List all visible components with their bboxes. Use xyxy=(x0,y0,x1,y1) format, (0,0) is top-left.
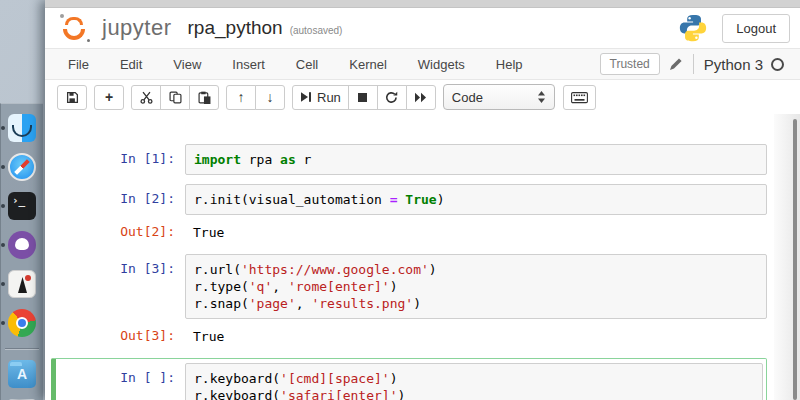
move-cell-up-button[interactable]: ↑ xyxy=(226,85,256,110)
dock-item-safari[interactable] xyxy=(7,153,37,181)
java-duke-icon xyxy=(8,270,36,298)
window-top-edge xyxy=(45,0,800,8)
command-palette-button[interactable] xyxy=(563,85,596,110)
add-cell-button[interactable]: + xyxy=(94,85,124,110)
cells-container: In [1]:import rpa as rIn [2]:r.init(visu… xyxy=(60,144,767,400)
running-indicator-dot xyxy=(1,321,5,325)
dock-divider xyxy=(5,348,39,349)
code-text: import rpa as r xyxy=(194,151,758,168)
kernel-idle-indicator-icon xyxy=(771,58,784,71)
fast-forward-icon xyxy=(414,92,427,103)
trusted-badge[interactable]: Trusted xyxy=(600,53,660,75)
jupyter-brand-text[interactable]: jupyter xyxy=(102,15,172,41)
notebook-cell[interactable]: In [2]:r.init(visual_automation = True) xyxy=(60,184,767,215)
restart-kernel-button[interactable] xyxy=(377,85,407,110)
menubar: File Edit View Insert Cell Kernel Widget… xyxy=(45,48,800,80)
code-input-area[interactable]: r.keyboard('[cmd][space]')r.keyboard('sa… xyxy=(185,363,763,400)
running-indicator-dot xyxy=(1,165,5,169)
dock-item-terminal[interactable] xyxy=(7,192,37,220)
notebook-cell[interactable]: In [1]:import rpa as r xyxy=(60,144,767,175)
toolbar: + xyxy=(45,80,800,115)
applications-folder-icon xyxy=(8,360,36,388)
code-input-area[interactable]: import rpa as r xyxy=(185,144,767,175)
edit-pencil-icon xyxy=(669,57,683,71)
header-divider xyxy=(693,54,694,74)
running-indicator-dot xyxy=(1,243,5,247)
screen: jupyter rpa_python (autosaved) Logout Fi… xyxy=(0,0,800,400)
terminal-icon xyxy=(8,192,36,220)
autosave-status: (autosaved) xyxy=(290,25,343,36)
output-prompt: Out[2]: xyxy=(60,223,185,242)
code-text: r.keyboard('[cmd][space]')r.keyboard('sa… xyxy=(194,370,754,400)
code-input-area[interactable]: r.url('https://www.google.com')r.type('q… xyxy=(185,254,767,319)
dock-item-finder[interactable] xyxy=(7,114,37,142)
output-text: True xyxy=(185,223,767,242)
menu-cell[interactable]: Cell xyxy=(296,57,318,72)
code-text: r.init(visual_automation = True) xyxy=(194,191,758,208)
run-step-forward-icon xyxy=(300,91,312,103)
run-button-label: Run xyxy=(317,90,341,105)
keyboard-icon xyxy=(571,91,588,104)
notebook-header: jupyter rpa_python (autosaved) Logout xyxy=(45,8,800,48)
interrupt-kernel-button[interactable] xyxy=(348,85,378,110)
paste-cell-button[interactable] xyxy=(189,85,219,110)
output-area: Out[2]:True xyxy=(60,223,767,242)
notebook-title[interactable]: rpa_python xyxy=(188,17,283,39)
copy-icon xyxy=(169,91,182,104)
notebook-content: In [1]:import rpa as rIn [2]:r.init(visu… xyxy=(45,114,800,400)
save-icon xyxy=(66,91,79,104)
save-button[interactable] xyxy=(57,85,87,110)
code-text: r.url('https://www.google.com')r.type('q… xyxy=(194,261,758,312)
cut-scissors-icon xyxy=(140,91,153,104)
input-prompt: In [ ]: xyxy=(59,363,185,400)
dropdown-arrows-icon xyxy=(537,91,546,103)
github-icon xyxy=(8,231,36,259)
output-area: Out[3]:True xyxy=(60,327,767,346)
menu-file[interactable]: File xyxy=(68,57,89,72)
restart-run-all-button[interactable] xyxy=(406,85,436,110)
menu-kernel[interactable]: Kernel xyxy=(349,57,387,72)
macos-dock xyxy=(0,103,43,400)
arrow-up-icon: ↑ xyxy=(238,90,245,104)
dock-item-applications-folder[interactable] xyxy=(7,360,37,388)
cut-cell-button[interactable] xyxy=(131,85,161,110)
dock-item-github[interactable] xyxy=(7,231,37,259)
cell-type-value: Code xyxy=(452,90,537,105)
code-input-area[interactable]: r.init(visual_automation = True) xyxy=(185,184,767,215)
menu-insert[interactable]: Insert xyxy=(232,57,265,72)
stop-icon xyxy=(357,92,368,103)
logout-button[interactable]: Logout xyxy=(722,14,790,43)
arrow-down-icon: ↓ xyxy=(267,90,274,104)
plus-icon: + xyxy=(105,90,113,104)
notebook-cell[interactable]: In [3]:r.url('https://www.google.com')r.… xyxy=(60,254,767,319)
dock-item-chrome[interactable] xyxy=(7,309,37,337)
output-text: True xyxy=(185,327,767,346)
running-indicator-dot xyxy=(1,204,5,208)
kernel-name[interactable]: Python 3 xyxy=(704,56,763,73)
menu-help[interactable]: Help xyxy=(496,57,523,72)
copy-cell-button[interactable] xyxy=(160,85,190,110)
menu-view[interactable]: View xyxy=(173,57,201,72)
input-prompt: In [2]: xyxy=(60,184,185,215)
python-logo-icon xyxy=(678,13,708,43)
cell-type-dropdown[interactable]: Code xyxy=(443,84,555,110)
safari-icon xyxy=(8,153,36,181)
move-cell-down-button[interactable]: ↓ xyxy=(255,85,285,110)
menu-edit[interactable]: Edit xyxy=(120,57,142,72)
paste-icon xyxy=(198,91,211,104)
jupyter-window: jupyter rpa_python (autosaved) Logout Fi… xyxy=(45,0,800,400)
jupyter-logo-icon[interactable] xyxy=(60,13,90,43)
input-prompt: In [1]: xyxy=(60,144,185,175)
vertical-scrollbar[interactable] xyxy=(793,119,797,400)
restart-icon xyxy=(385,91,398,104)
input-prompt: In [3]: xyxy=(60,254,185,319)
running-indicator-dot xyxy=(1,126,5,130)
notebook-cell[interactable]: In [ ]:r.keyboard('[cmd][space]')r.keybo… xyxy=(51,358,767,400)
output-prompt: Out[3]: xyxy=(60,327,185,346)
menu-widgets[interactable]: Widgets xyxy=(418,57,465,72)
dock-item-java[interactable] xyxy=(7,270,37,298)
run-cell-button[interactable]: Run xyxy=(292,85,349,110)
running-indicator-dot xyxy=(1,282,5,286)
chrome-icon xyxy=(8,309,36,337)
finder-icon xyxy=(8,114,36,142)
